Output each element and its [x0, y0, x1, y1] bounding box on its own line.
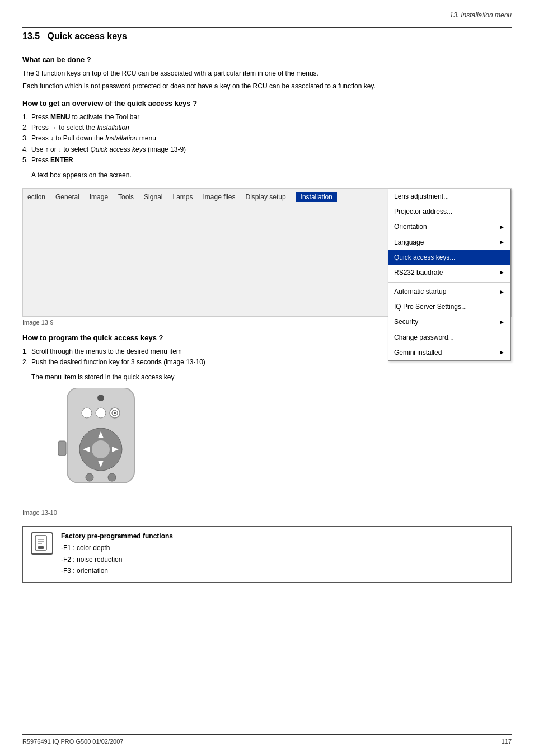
dropdown-security[interactable]: Security ► — [388, 314, 510, 330]
svg-point-6 — [114, 412, 116, 414]
step-3-italic: Installation — [105, 134, 137, 142]
program-steps: 1. Scroll through the menus to the desir… — [22, 346, 512, 368]
how-overview-heading: How to get an overview of the quick acce… — [22, 99, 512, 107]
after-enter-text: A text box appears on the screen. — [31, 170, 512, 180]
menu-item-tools: Tools — [118, 193, 134, 201]
footer-left: R5976491 IQ PRO G500 01/02/2007 — [22, 738, 123, 745]
step-4: 4. Use ↑ or ↓ to select Quick access key… — [22, 144, 512, 155]
svg-point-14 — [86, 473, 93, 481]
step-3-num: 3. — [22, 133, 28, 144]
dropdown-change-password[interactable]: Change password... — [388, 330, 510, 345]
security-arrow: ► — [499, 318, 505, 327]
image-caption-2: Image 13-10 — [22, 509, 512, 516]
program-step-1: 1. Scroll through the menus to the desir… — [22, 346, 512, 357]
factory-content: Factory pre-programmed functions -F1 : c… — [61, 532, 503, 576]
dropdown-lens-adjustment[interactable]: Lens adjustment... — [388, 189, 510, 204]
overview-steps: 1. Press MENU to activate the Tool bar 2… — [22, 112, 512, 166]
step-4-num: 4. — [22, 144, 28, 155]
svg-point-15 — [108, 473, 116, 481]
header-text: 13. Installation menu — [449, 11, 512, 19]
menu-screenshot: ection General Image Tools Signal Lamps … — [22, 188, 512, 317]
factory-f3: -F3 : orientation — [61, 565, 503, 576]
dropdown-iq-pro[interactable]: IQ Pro Server Settings... — [388, 299, 510, 314]
step-5-num: 5. — [22, 155, 28, 166]
svg-rect-20 — [38, 546, 44, 549]
menu-separator — [388, 282, 510, 283]
what-para-1: The 3 function keys on top of the RCU ca… — [22, 68, 512, 78]
section-name: Quick access keys — [47, 31, 127, 41]
svg-point-1 — [97, 395, 104, 401]
factory-box: Factory pre-programmed functions -F1 : c… — [22, 526, 512, 583]
step-2: 2. Press → to select the Installation — [22, 123, 512, 133]
page-container: 13. Installation menu 13.5 Quick access … — [0, 0, 534, 756]
svg-point-2 — [82, 408, 92, 418]
document-icon — [34, 535, 50, 552]
svg-rect-13 — [58, 441, 66, 456]
language-arrow: ► — [499, 238, 505, 247]
menu-item-signal: Signal — [144, 193, 162, 201]
section-number: 13.5 — [22, 31, 40, 41]
step-1: 1. Press MENU to activate the Tool bar — [22, 112, 512, 123]
what-para-2: Each function which is not password prot… — [22, 81, 512, 91]
menu-item-general: General — [55, 193, 79, 201]
svg-point-8 — [92, 440, 110, 458]
program-step-2: 2. Push the desired function key for 3 s… — [22, 357, 512, 368]
step-2-num: 2. — [22, 123, 28, 133]
section-title: 13.5 Quick access keys — [22, 31, 127, 41]
footer-right: 117 — [502, 738, 512, 745]
step-1-num: 1. — [22, 112, 28, 123]
rcu-svg — [50, 388, 151, 505]
dropdown-orientation[interactable]: Orientation ► — [388, 219, 510, 234]
menu-item-image: Image — [90, 193, 108, 201]
step-3: 3. Press ↓ to Pull down the Installation… — [22, 133, 512, 144]
menu-item-displaysetup: Display setup — [246, 193, 286, 201]
dropdown-automatic-startup[interactable]: Automatic startup ► — [388, 284, 510, 299]
dropdown-projector-address[interactable]: Projector address... — [388, 204, 510, 219]
factory-icon — [31, 532, 53, 555]
factory-title: Factory pre-programmed functions — [61, 532, 503, 540]
startup-arrow: ► — [499, 288, 505, 297]
program-step-2-num: 2. — [22, 357, 28, 368]
factory-f1: -F1 : color depth — [61, 542, 503, 553]
dropdown-language[interactable]: Language ► — [388, 235, 510, 250]
what-can-be-done-heading: What can be done ? — [22, 55, 512, 64]
installation-dropdown: Lens adjustment... Projector address... … — [388, 189, 511, 361]
program-after-text: The menu item is stored in the quick acc… — [31, 372, 512, 382]
menu-item-installation[interactable]: Installation — [296, 192, 337, 202]
page-header: 13. Installation menu — [22, 11, 512, 21]
rcu-image-area — [50, 388, 512, 507]
step-5-bold: ENTER — [50, 156, 73, 164]
menu-item-imagefiles: Image files — [203, 193, 236, 201]
dropdown-quick-access-keys[interactable]: Quick access keys... — [388, 250, 510, 265]
page-footer: R5976491 IQ PRO G500 01/02/2007 117 — [22, 734, 512, 745]
program-step-1-num: 1. — [22, 346, 28, 357]
step-2-italic: Installation — [97, 124, 129, 132]
dropdown-rs232[interactable]: RS232 baudrate ► — [388, 265, 510, 280]
menu-item-ection: ection — [27, 193, 45, 201]
factory-f2: -F2 : noise reduction — [61, 554, 503, 565]
rs232-arrow: ► — [499, 268, 505, 277]
menu-item-lamps: Lamps — [172, 193, 193, 201]
svg-point-3 — [96, 408, 106, 418]
orientation-arrow: ► — [499, 223, 505, 232]
section-title-bar: 13.5 Quick access keys — [22, 27, 512, 45]
step-5: 5. Press ENTER — [22, 155, 512, 166]
step-1-bold: MENU — [50, 113, 70, 121]
step-4-italic: Quick access keys — [90, 145, 146, 153]
